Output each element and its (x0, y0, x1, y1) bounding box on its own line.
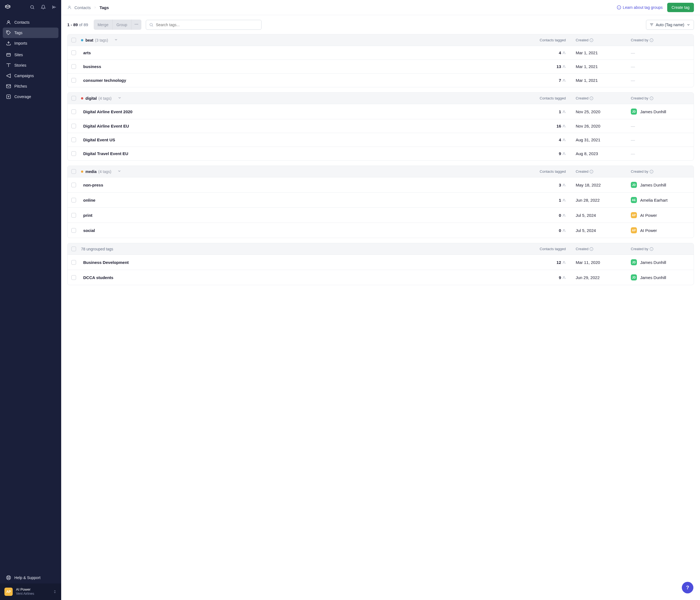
user-menu[interactable]: AP AI Power Vent Airlines (0, 583, 61, 600)
col-created: Created (566, 38, 621, 42)
tag-created: Mar 1, 2021 (566, 78, 621, 83)
collapse-group[interactable] (118, 96, 122, 101)
group-checkbox[interactable] (71, 169, 76, 174)
search-icon[interactable] (30, 5, 35, 10)
info-icon (590, 247, 593, 251)
row-checkbox[interactable] (71, 260, 76, 265)
group-header: 78 ungrouped tags Contacts tagged Create… (68, 243, 694, 255)
tag-row[interactable]: social 0 Jul 5, 2024 APAI Power (68, 223, 694, 238)
author-empty: — (631, 137, 635, 142)
tag-row[interactable]: print 0 Jul 5, 2024 APAI Power (68, 207, 694, 223)
tag-contacts: 12 (516, 260, 566, 265)
tag-name[interactable]: Digital Event US (83, 137, 516, 142)
chevron-right-icon (94, 6, 97, 9)
svg-point-0 (31, 5, 34, 8)
tag-name[interactable]: print (83, 213, 516, 218)
tag-name[interactable]: non-press (83, 183, 516, 187)
nav-sites[interactable]: Sites (3, 50, 58, 60)
row-checkbox[interactable] (71, 109, 76, 114)
tag-name[interactable]: social (83, 228, 516, 233)
author-empty: — (631, 78, 635, 83)
tag-row[interactable]: online 1 Jun 28, 2022 AEAmelia Earhart (68, 192, 694, 207)
row-checkbox[interactable] (71, 183, 76, 187)
tag-row[interactable]: non-press 3 May 18, 2022 JDJames Dunhill (68, 177, 694, 192)
nav-imports[interactable]: Imports (3, 38, 58, 49)
create-tag-button[interactable]: Create tag (667, 3, 694, 12)
search-input[interactable] (146, 20, 261, 30)
group-color-dot (81, 39, 83, 41)
ungrouped-label: 78 ungrouped tags (81, 247, 113, 251)
help-support[interactable]: Help & Support (0, 572, 61, 583)
tag-row[interactable]: Digital Airline Event EU 16 Nov 26, 2020… (68, 119, 694, 133)
help-fab[interactable]: ? (682, 582, 693, 593)
collapse-group[interactable] (118, 169, 121, 174)
group-checkbox[interactable] (71, 38, 76, 43)
col-author: Created by (621, 247, 690, 251)
tag-name[interactable]: Digital Airline Event 2020 (83, 109, 516, 114)
nav-tags[interactable]: Tags (3, 28, 58, 38)
group-name: media (85, 169, 97, 174)
row-checkbox[interactable] (71, 228, 76, 233)
tag-row[interactable]: business 13 Mar 1, 2021 — (68, 59, 694, 73)
tag-row[interactable]: Digital Airline Event 2020 1 Nov 25, 202… (68, 104, 694, 119)
tag-name[interactable]: Business Development (83, 260, 516, 265)
tag-name[interactable]: DCCA students (83, 275, 516, 280)
collapse-group[interactable] (114, 38, 118, 43)
tag-contacts: 13 (516, 64, 566, 69)
tag-created: Nov 26, 2020 (566, 124, 621, 128)
author-name: James Dunhill (640, 275, 666, 280)
breadcrumb-parent[interactable]: Contacts (74, 5, 91, 10)
row-checkbox[interactable] (71, 78, 76, 83)
row-checkbox[interactable] (71, 124, 76, 128)
tag-group: media (4 tags) Contacts tagged Created C… (67, 165, 694, 238)
tag-author: — (621, 50, 690, 55)
nav-coverage[interactable]: Coverage (3, 92, 58, 102)
tag-row[interactable]: Digital Travel Event EU 9 Aug 8, 2023 — (68, 147, 694, 160)
row-checkbox[interactable] (71, 213, 76, 218)
author-avatar: AP (631, 227, 637, 233)
svg-point-8 (69, 6, 70, 7)
people-icon (562, 51, 566, 55)
tag-name[interactable]: online (83, 198, 516, 203)
tag-author: AEAmelia Earhart (621, 197, 690, 203)
app-logo[interactable] (4, 4, 11, 10)
nav-campaigns[interactable]: Campaigns (3, 71, 58, 81)
author-avatar: AE (631, 197, 637, 203)
tag-row[interactable]: arts 4 Mar 1, 2021 — (68, 46, 694, 59)
group-button[interactable]: Group (112, 20, 131, 30)
author-empty: — (631, 64, 635, 69)
learn-link[interactable]: Learn about tag groups (617, 5, 663, 10)
tag-row[interactable]: DCCA students 9 Jun 29, 2022 JDJames Dun… (68, 270, 694, 285)
tag-name[interactable]: business (83, 64, 516, 69)
tag-row[interactable]: Business Development 12 Mar 11, 2020 JDJ… (68, 255, 694, 270)
row-checkbox[interactable] (71, 275, 76, 280)
nav-pitches[interactable]: Pitches (3, 81, 58, 92)
row-checkbox[interactable] (71, 50, 76, 55)
nav-contacts[interactable]: Contacts (3, 17, 58, 28)
group-count: (3 tags) (95, 38, 108, 43)
row-checkbox[interactable] (71, 64, 76, 69)
collapse-sidebar-icon[interactable] (52, 5, 57, 10)
tag-name[interactable]: arts (83, 50, 516, 55)
bell-icon[interactable] (41, 5, 46, 10)
tag-name[interactable]: consumer technology (83, 78, 516, 83)
sort-button[interactable]: Auto (Tag name) (646, 20, 694, 30)
group-checkbox[interactable] (71, 246, 76, 251)
nav-stories[interactable]: Stories (3, 60, 58, 71)
svg-rect-3 (7, 53, 10, 56)
tag-name[interactable]: Digital Travel Event EU (83, 151, 516, 156)
breadcrumb-current: Tags (99, 5, 109, 10)
nav-label: Contacts (14, 20, 29, 25)
tag-row[interactable]: Digital Event US 4 Aug 31, 2021 — (68, 133, 694, 147)
people-icon (562, 183, 566, 187)
row-checkbox[interactable] (71, 198, 76, 203)
tag-name[interactable]: Digital Airline Event EU (83, 124, 516, 128)
group-checkbox[interactable] (71, 96, 76, 101)
tag-contacts: 9 (516, 151, 566, 156)
col-author: Created by (621, 96, 690, 100)
row-checkbox[interactable] (71, 137, 76, 142)
merge-button[interactable]: Merge (94, 20, 112, 30)
more-actions-button[interactable] (131, 20, 141, 30)
tag-row[interactable]: consumer technology 7 Mar 1, 2021 — (68, 73, 694, 87)
row-checkbox[interactable] (71, 151, 76, 156)
